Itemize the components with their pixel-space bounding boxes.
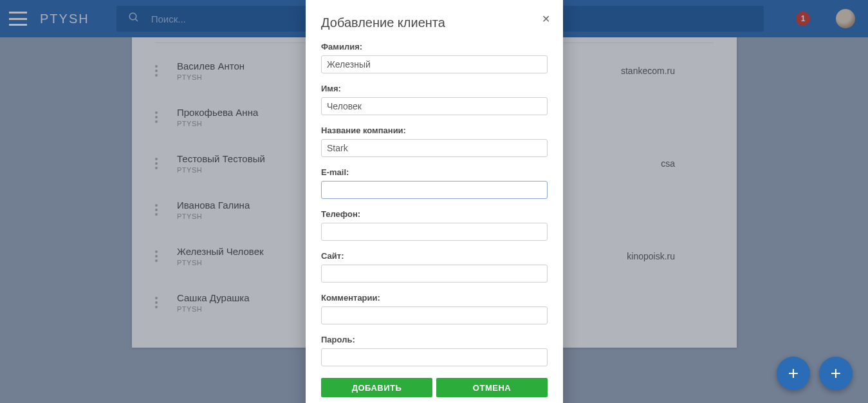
firstname-field[interactable]	[321, 97, 548, 115]
password-field[interactable]	[321, 348, 548, 366]
comments-field[interactable]	[321, 306, 548, 324]
site-field[interactable]	[321, 265, 548, 283]
modal-title: Добавление клиента	[321, 15, 548, 30]
plus-icon: +	[788, 363, 799, 384]
label-lastname: Фамилия:	[321, 42, 548, 52]
label-company: Название компании:	[321, 126, 548, 135]
label-site: Сайт:	[321, 251, 548, 261]
label-comments: Комментарии:	[321, 293, 548, 303]
company-field[interactable]	[321, 139, 548, 157]
fab-primary[interactable]: +	[819, 357, 853, 390]
label-firstname: Имя:	[321, 84, 548, 93]
lastname-field[interactable]	[321, 55, 548, 73]
label-password: Пароль:	[321, 335, 548, 344]
cancel-button[interactable]: ОТМЕНА	[436, 378, 548, 397]
plus-icon: +	[831, 363, 841, 384]
add-client-modal: ✕ Добавление клиента Фамилия: Имя: Назва…	[306, 0, 563, 403]
add-button[interactable]: ДОБАВИТЬ	[321, 378, 432, 397]
close-icon[interactable]: ✕	[542, 13, 550, 25]
label-email: E-mail:	[321, 167, 548, 177]
label-phone: Телефон:	[321, 209, 548, 219]
email-field[interactable]	[321, 181, 548, 199]
phone-field[interactable]	[321, 223, 548, 241]
fab-secondary[interactable]: +	[777, 357, 810, 390]
